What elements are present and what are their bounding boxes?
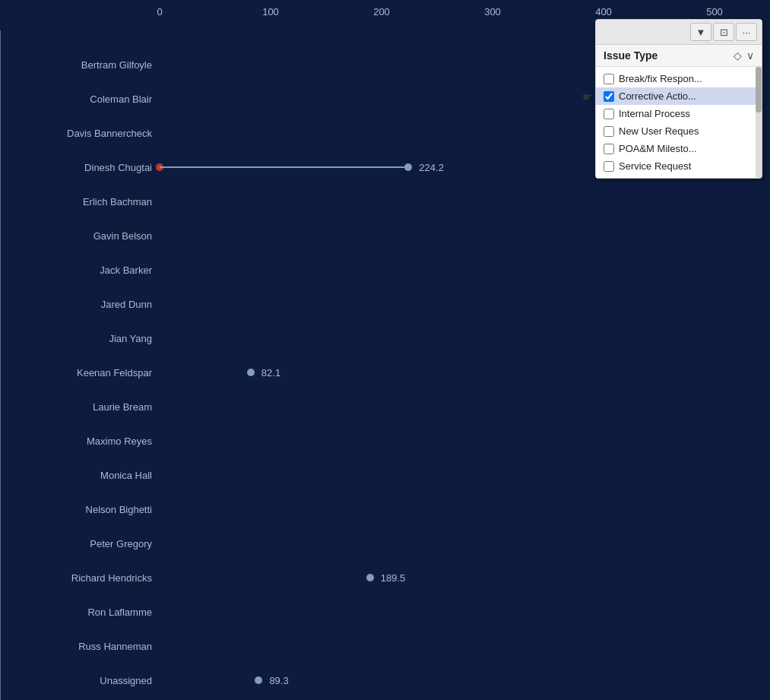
y-label-coleman: Coleman Blair bbox=[90, 93, 152, 105]
y-label-jack: Jack Barker bbox=[100, 264, 152, 276]
filter-header-icons: ◇ ∨ bbox=[734, 49, 754, 62]
x-tick-500: 500 bbox=[706, 6, 723, 17]
filter-toolbar: ▼ ⊡ ··· bbox=[596, 20, 762, 45]
cursor-hand-icon: ☛ bbox=[582, 89, 593, 103]
filter-icon-btn[interactable]: ▼ bbox=[690, 23, 711, 41]
more-icon-btn[interactable]: ··· bbox=[736, 23, 757, 41]
data-label-dinesh: 224.2 bbox=[419, 162, 444, 173]
y-label-monica: Monica Hall bbox=[100, 470, 152, 481]
filter-item-internal[interactable]: Internal Process bbox=[596, 105, 762, 122]
y-label-dinesh: Dinesh Chugtai bbox=[84, 162, 152, 173]
grid-line-500 bbox=[0, 30, 1, 700]
data-point-unassigned bbox=[255, 676, 262, 684]
data-point-keenan bbox=[247, 369, 255, 376]
filter-item-newuser[interactable]: New User Reques bbox=[596, 122, 762, 140]
filter-item-label-corrective: Corrective Actio... bbox=[619, 90, 696, 102]
y-label-bertram: Bertram Gilfoyle bbox=[81, 59, 152, 71]
checkbox-breakfix[interactable] bbox=[604, 74, 614, 84]
filter-item-service[interactable]: Service Request bbox=[596, 157, 762, 175]
checkbox-internal[interactable] bbox=[604, 109, 614, 119]
filter-item-label-internal: Internal Process bbox=[619, 108, 690, 119]
filter-item-breakfix[interactable]: Break/fix Respon... bbox=[596, 70, 762, 87]
chart-container: 0 100 200 300 400 500 Bertram Gilfoyle C… bbox=[0, 0, 770, 700]
filter-item-label-service: Service Request bbox=[619, 160, 691, 172]
y-label-unassigned: Unassigned bbox=[100, 675, 152, 686]
filter-scrollbar[interactable] bbox=[756, 67, 762, 178]
x-tick-300: 300 bbox=[484, 6, 501, 17]
y-label-erlich: Erlich Bachman bbox=[83, 196, 152, 207]
data-point-dinesh-end bbox=[404, 163, 412, 171]
data-label-keenan: 82.1 bbox=[261, 367, 280, 379]
x-tick-400: 400 bbox=[595, 6, 612, 17]
checkbox-poam[interactable] bbox=[604, 144, 614, 154]
data-point-richard bbox=[366, 574, 374, 581]
checkbox-corrective[interactable] bbox=[604, 91, 614, 102]
x-tick-0: 0 bbox=[157, 6, 162, 17]
data-label-richard: 189.5 bbox=[381, 572, 406, 584]
filter-item-poam[interactable]: POA&M Milesto... bbox=[596, 140, 762, 157]
y-label-ron: Ron Laflamme bbox=[87, 607, 152, 618]
y-label-laurie: Laurie Bream bbox=[93, 401, 152, 413]
filter-items: Break/fix Respon... Corrective Actio... … bbox=[596, 67, 762, 178]
y-label-keenan: Keenan Feldspar bbox=[77, 367, 152, 379]
y-label-jared: Jared Dunn bbox=[101, 299, 152, 310]
filter-item-label-poam: POA&M Milesto... bbox=[619, 143, 697, 154]
chevron-down-icon[interactable]: ∨ bbox=[746, 49, 754, 62]
filter-panel: ▼ ⊡ ··· Issue Type ◇ ∨ Break/fix Respon.… bbox=[595, 19, 762, 179]
filter-item-label-breakfix: Break/fix Respon... bbox=[619, 73, 702, 84]
y-label-russ: Russ Hanneman bbox=[78, 641, 152, 652]
y-label-davis: Davis Bannercheck bbox=[67, 128, 152, 139]
data-label-unassigned: 89.3 bbox=[269, 675, 288, 686]
y-label-peter: Peter Gregory bbox=[90, 538, 152, 550]
expand-icon-btn[interactable]: ⊡ bbox=[713, 23, 734, 41]
y-label-gavin: Gavin Belson bbox=[93, 230, 152, 242]
y-label-nelson: Nelson Bighetti bbox=[86, 504, 152, 515]
y-label-richard: Richard Hendricks bbox=[71, 572, 152, 584]
y-label-maximo: Maximo Reyes bbox=[87, 436, 152, 447]
filter-item-corrective[interactable]: Corrective Actio... ☛ bbox=[596, 87, 762, 105]
filter-item-label-newuser: New User Reques bbox=[619, 125, 699, 137]
filter-header: Issue Type ◇ ∨ bbox=[596, 45, 762, 67]
filter-title: Issue Type bbox=[604, 49, 658, 62]
y-label-jian: Jian Yang bbox=[109, 333, 152, 344]
data-line-dinesh bbox=[160, 166, 408, 168]
x-tick-100: 100 bbox=[262, 6, 279, 17]
diamond-icon[interactable]: ◇ bbox=[734, 49, 742, 62]
checkbox-service[interactable] bbox=[604, 161, 614, 172]
x-tick-200: 200 bbox=[373, 6, 390, 17]
checkbox-newuser[interactable] bbox=[604, 126, 614, 137]
filter-scrollbar-thumb[interactable] bbox=[756, 67, 762, 112]
